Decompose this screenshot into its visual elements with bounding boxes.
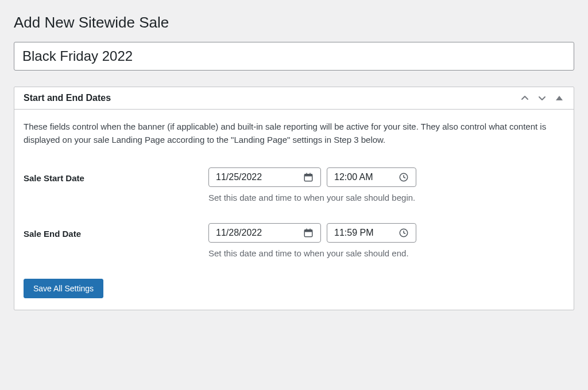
- start-date-value: 11/25/2022: [216, 172, 262, 182]
- panel-body: These fields control when the banner (if…: [14, 110, 574, 310]
- end-date-label: Sale End Date: [24, 223, 208, 239]
- move-up-icon[interactable]: [520, 93, 530, 103]
- start-date-row: Sale Start Date 11/25/2022 12:00 AM: [24, 167, 564, 202]
- end-date-field-group: 11/28/2022 11:59 PM Set this date and ti…: [208, 223, 564, 258]
- end-date-value: 11/28/2022: [216, 228, 262, 238]
- clock-icon: [399, 172, 409, 182]
- end-date-row: Sale End Date 11/28/2022 11:59 PM: [24, 223, 564, 258]
- panel-description: These fields control when the banner (if…: [24, 120, 564, 147]
- end-date-input[interactable]: 11/28/2022: [208, 223, 321, 243]
- start-time-value: 12:00 AM: [334, 172, 373, 182]
- calendar-icon: [303, 172, 314, 182]
- save-button[interactable]: Save All Settings: [24, 279, 103, 298]
- svg-marker-0: [556, 96, 563, 100]
- start-date-field-group: 11/25/2022 12:00 AM Set this date and ti…: [208, 167, 564, 202]
- page-title: Add New Sitewide Sale: [14, 14, 574, 32]
- panel-header: Start and End Dates: [14, 87, 574, 110]
- svg-rect-2: [304, 174, 312, 176]
- collapse-toggle-icon[interactable]: [554, 93, 564, 103]
- end-time-input[interactable]: 11:59 PM: [327, 223, 416, 243]
- move-down-icon[interactable]: [537, 93, 547, 103]
- panel-title: Start and End Dates: [24, 93, 111, 103]
- start-date-label: Sale Start Date: [24, 167, 208, 183]
- panel-handle-actions: [520, 93, 564, 103]
- svg-rect-7: [304, 229, 312, 232]
- sale-title-input[interactable]: [14, 42, 574, 71]
- dates-panel: Start and End Dates These fields control…: [14, 87, 574, 310]
- calendar-icon: [303, 228, 314, 238]
- end-date-helper: Set this date and time to when your sale…: [208, 248, 564, 258]
- end-time-value: 11:59 PM: [334, 228, 373, 238]
- start-date-helper: Set this date and time to when your sale…: [208, 193, 564, 202]
- start-time-input[interactable]: 12:00 AM: [327, 167, 416, 187]
- start-date-input[interactable]: 11/25/2022: [208, 167, 321, 187]
- clock-icon: [399, 228, 409, 238]
